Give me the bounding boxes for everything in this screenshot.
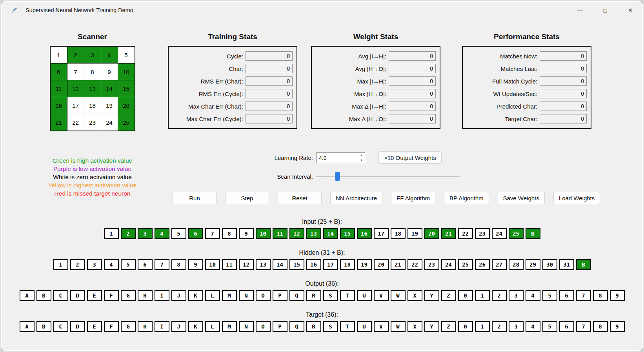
scanner-cell-24: 24	[101, 114, 118, 131]
target-neuron-V: V	[374, 321, 389, 332]
target-neuron-1: 1	[475, 321, 490, 332]
input-neuron-5: 5	[171, 228, 186, 239]
stat-value-field: 0	[540, 76, 587, 86]
scanner-cell-13: 13	[84, 80, 101, 97]
spinbox-arrows: ▲ ▼	[358, 153, 365, 163]
target-neuron-U: U	[357, 321, 372, 332]
hidden-neuron-B: B	[576, 259, 591, 270]
stat-label: Cycle:	[173, 53, 243, 60]
window-title: Supervised Neural Network Training Demo	[25, 7, 133, 13]
nn-architecture-button[interactable]: NN Architecture	[330, 192, 382, 204]
input-neuron-6: 6	[188, 228, 203, 239]
target-neuron-W: W	[391, 321, 406, 332]
input-neuron-14: 14	[323, 228, 338, 239]
scanner-cell-1: 1	[51, 47, 67, 63]
training-stats-box: Cycle:0Char:0RMS Err (Char):0RMS Err (Cy…	[168, 46, 297, 129]
scanner-cell-8: 8	[84, 64, 101, 80]
maximize-button[interactable]: □	[593, 1, 618, 19]
step-button[interactable]: Step	[225, 192, 269, 204]
output-layer-label: Output (36):	[1, 280, 643, 287]
output-neuron-W: W	[391, 290, 406, 301]
scan-interval-slider[interactable]	[316, 171, 460, 182]
input-neuron-10: 10	[256, 228, 271, 239]
learning-rate-spinbox[interactable]: 4.0 ▲ ▼	[316, 152, 365, 163]
hidden-neuron-17: 17	[323, 259, 338, 270]
scanner-cell-4: 4	[101, 47, 118, 63]
stat-value-field: 0	[246, 102, 293, 111]
hidden-neuron-20: 20	[374, 259, 389, 270]
legend-line-2: White is zero activation value	[17, 173, 168, 181]
hidden-neuron-28: 28	[509, 259, 524, 270]
target-neuron-F: F	[104, 321, 119, 332]
hidden-neuron-16: 16	[306, 259, 321, 270]
hidden-neuron-10: 10	[205, 259, 220, 270]
target-neuron-B: B	[36, 321, 51, 332]
input-neuron-2: 2	[121, 228, 136, 239]
scanner-cell-6: 6	[51, 64, 67, 80]
output-neuron-P: P	[273, 290, 287, 301]
slider-thumb[interactable]	[335, 172, 340, 181]
stat-row: Max Char Err (Char):0	[173, 102, 293, 111]
minimize-button[interactable]: —	[568, 1, 593, 19]
stat-row: Max Δ |I→H|:0	[316, 102, 436, 111]
output-neuron-O: O	[256, 290, 271, 301]
close-button[interactable]: ✕	[618, 1, 643, 19]
hidden-neuron-24: 24	[441, 259, 456, 270]
input-neuron-16: 16	[357, 228, 372, 239]
weight-stats-section: Weight Stats Avg |I→H|:0Avg |H→O|:0Max |…	[311, 33, 440, 129]
reset-button[interactable]: Reset	[278, 192, 322, 204]
weight-stats-box: Avg |I→H|:0Avg |H→O|:0Max |I→H|:0Max |H→…	[311, 46, 440, 129]
stat-label: Max Char Err (Char):	[173, 103, 243, 110]
target-neuron-N: N	[239, 321, 254, 332]
output-neuron-X: X	[408, 290, 422, 301]
output-neuron-E: E	[87, 290, 102, 301]
scanner-cell-5: 5	[118, 47, 135, 63]
load-weights-button[interactable]: Load Weights	[553, 192, 600, 204]
run-button[interactable]: Run	[173, 192, 216, 204]
x10-output-weights-button[interactable]: ×10 Output Weights	[378, 151, 442, 164]
target-neuron-9: 9	[610, 321, 625, 332]
target-neuron-X: X	[408, 321, 422, 332]
hidden-row: 1234567891011121314151617181920212223242…	[1, 259, 643, 270]
output-neuron-0: 0	[458, 290, 473, 301]
hidden-neuron-4: 4	[104, 259, 119, 270]
stat-row: Max Δ |H→O|:0	[316, 114, 436, 123]
hidden-neuron-15: 15	[289, 259, 304, 270]
scanner-section: Scanner 12345678910111213141516171819202…	[17, 33, 168, 131]
spin-down-arrow[interactable]: ▼	[358, 158, 365, 163]
output-neuron-U: U	[357, 290, 372, 301]
scanner-cell-16: 16	[51, 97, 67, 114]
hidden-neuron-31: 31	[559, 259, 574, 270]
stat-row: Target Char:0	[467, 114, 587, 123]
bp-algorithm-button[interactable]: BP Algorithm	[444, 192, 489, 204]
input-neuron-15: 15	[340, 228, 355, 239]
spin-up-arrow[interactable]: ▲	[358, 153, 365, 158]
ff-algorithm-button[interactable]: FF Algorithm	[391, 192, 435, 204]
target-neuron-D: D	[70, 321, 85, 332]
input-neuron-24: 24	[492, 228, 507, 239]
stat-row: Max |H→O|:0	[316, 89, 436, 98]
hidden-neuron-25: 25	[458, 259, 473, 270]
output-neuron-7: 7	[576, 290, 591, 301]
target-neuron-C: C	[53, 321, 68, 332]
save-weights-button[interactable]: Save Weights	[498, 192, 545, 204]
hidden-neuron-11: 11	[222, 259, 237, 270]
legend-line-3: Yellow is highest activation value	[17, 181, 168, 189]
target-neuron-T: T	[340, 321, 355, 332]
performance-stats-section: Performance Stats Matches Now:0Matches L…	[462, 33, 591, 129]
middle-section: Green is high activation valuePurple is …	[1, 152, 643, 204]
target-neuron-6: 6	[559, 321, 574, 332]
scanner-cell-15: 15	[118, 80, 135, 97]
input-neuron-18: 18	[391, 228, 406, 239]
hidden-neuron-18: 18	[340, 259, 355, 270]
maximize-icon: □	[603, 7, 607, 13]
app-window: Supervised Neural Network Training Demo …	[1, 1, 643, 351]
hidden-neuron-19: 19	[357, 259, 372, 270]
training-stats-section: Training Stats Cycle:0Char:0RMS Err (Cha…	[168, 33, 297, 129]
output-neuron-1: 1	[475, 290, 490, 301]
output-neuron-H: H	[138, 290, 153, 301]
target-neuron-R: R	[306, 321, 321, 332]
hidden-neuron-1: 1	[53, 259, 68, 270]
input-neuron-17: 17	[374, 228, 389, 239]
scanner-cell-14: 14	[101, 80, 118, 97]
